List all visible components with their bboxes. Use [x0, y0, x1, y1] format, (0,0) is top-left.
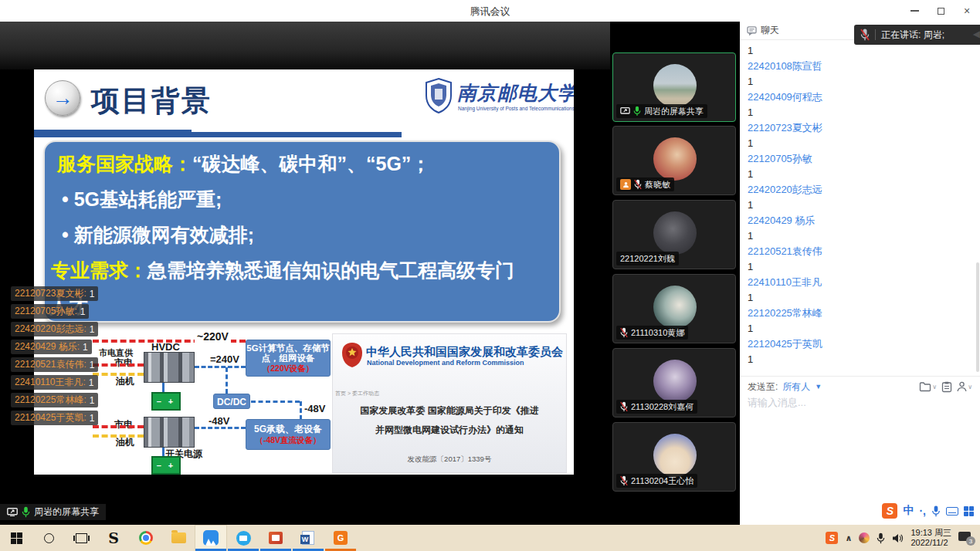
participant-badge: 21110310黄娜 [616, 326, 688, 340]
speaking-toast: 正在讲话: 周岩; ◀ [854, 25, 980, 45]
chat-sender[interactable]: 22120705孙敏 [748, 151, 980, 167]
chat-message: 1 [748, 198, 980, 213]
tray-mic-icon[interactable] [877, 532, 885, 544]
ime-lang-toggle[interactable]: 中 [903, 504, 914, 518]
overlay-message: 22120723夏文彬:1 [11, 286, 98, 301]
taskbar-clock[interactable]: 19:13 周三 2022/11/2 [910, 528, 951, 548]
participant-tile-liujiahe[interactable]: 21130228刘嘉何 [612, 348, 736, 417]
taskbar: S W G S ∧ 19:13 周三 [0, 525, 980, 551]
node-5g-legacy: 5G承载、老设备 （-48V直流设备） [246, 419, 331, 450]
start-button[interactable] [0, 525, 32, 551]
chat-message: 1 [748, 105, 980, 120]
sogou-tray-icon[interactable]: S [826, 532, 838, 544]
mic-muted-icon [620, 401, 628, 412]
chat-message-list: 1 22420108陈宣哲 1 22420409何程志 1 22120723夏文… [740, 40, 980, 367]
blue-dashed-vert-1 [226, 367, 228, 394]
ime-keyboard-icon[interactable] [946, 507, 958, 516]
chat-sender[interactable]: 22120225常林峰 [748, 306, 980, 321]
blue-dashed-vert-2 [300, 401, 302, 420]
ime-mic-icon[interactable] [931, 505, 941, 517]
label-220v: ~220V [195, 330, 231, 343]
chat-input[interactable] [748, 397, 964, 408]
mic-muted-icon [620, 475, 628, 486]
announcement-button[interactable] [941, 381, 952, 393]
participant-tile-liuwei[interactable]: 22120221刘魏 [612, 200, 736, 269]
participant-tile-wangxinyi[interactable]: 21130204王心怡 [612, 422, 736, 492]
host-icon [620, 179, 631, 190]
meeting-main: → 项目背景 南京邮电大学 Nanjing University of Post… [0, 22, 980, 525]
chat-message: 1 [748, 290, 980, 306]
chat-sender[interactable]: 22120521袁传伟 [748, 244, 980, 259]
slide-line-1-label: 服务国家战略： [57, 153, 192, 174]
chat-message: 1 [748, 352, 980, 367]
tray-app-icon[interactable] [859, 532, 870, 543]
toast-collapse-handle[interactable]: ◀ [973, 29, 980, 39]
window-controls: × [901, 0, 980, 22]
powerpoint-button[interactable] [259, 525, 292, 551]
hidden-icons-chevron[interactable]: ∧ [845, 533, 852, 543]
word-button[interactable]: W [292, 525, 324, 551]
mic-muted-icon [620, 327, 628, 338]
slide-bullet-2: • 新能源微网有效减排; [62, 222, 254, 248]
screen-share-icon [7, 508, 18, 516]
participant-list: 周岩的屏幕共享 蔡晓敏 22120221刘魏 [610, 22, 740, 525]
chat-message: 1 [748, 259, 980, 275]
switch-psu-cabinet-image [144, 417, 195, 448]
gov-breadcrumb: 首页 > 委工作动态 [335, 390, 379, 397]
history-folder-button[interactable]: ∨ [919, 381, 937, 392]
yellow-dashed-line-1 [93, 373, 144, 376]
battery-1: – + [151, 392, 181, 411]
chat-message: 1 [748, 136, 980, 151]
close-button[interactable]: × [954, 0, 980, 22]
search-button[interactable] [32, 525, 65, 551]
national-emblem-icon [342, 343, 362, 367]
chat-sender[interactable]: 22420409何程志 [748, 90, 980, 105]
restore-button[interactable] [927, 0, 954, 22]
gov-title-cn: 中华人民共和国国家发展和改革委员会 [366, 345, 563, 360]
chat-sender[interactable]: 22420429 杨乐 [748, 213, 980, 228]
chat-scrollbar[interactable] [976, 262, 979, 372]
chat-sender[interactable]: 22410110王非凡 [748, 275, 980, 290]
s-app-button[interactable]: S [97, 525, 130, 551]
notification-center-icon[interactable]: 3 [958, 532, 974, 544]
node-dcdc: DC/DC [213, 394, 250, 409]
participant-badge: 22120221刘魏 [616, 252, 679, 265]
title-divider-bar-thin [192, 132, 402, 137]
chrome-button[interactable] [130, 525, 162, 551]
chat-sender[interactable]: 22420220彭志远 [748, 182, 980, 198]
overlay-message: 22120705孙敏:1 [11, 304, 89, 319]
blue-dashed-48v [195, 427, 246, 429]
overlay-message: 22420220彭志远:1 [11, 322, 98, 336]
task-view-button[interactable] [65, 525, 97, 551]
private-chat-button[interactable]: ∨ [957, 381, 972, 392]
volume-icon[interactable] [892, 533, 904, 543]
participant-badge: 蔡晓敏 [616, 177, 674, 191]
ime-toolbar: S 中 ·, [882, 503, 974, 519]
pdf-app-button[interactable]: G [324, 525, 357, 551]
chat-sender[interactable]: 22120723夏文彬 [748, 120, 980, 136]
avatar [653, 434, 697, 477]
tencent-meeting-button[interactable] [195, 525, 227, 551]
file-explorer-button[interactable] [162, 525, 195, 551]
participant-tile-caixiaomin[interactable]: 蔡晓敏 [612, 126, 736, 195]
chevron-down-icon[interactable]: ▼ [815, 383, 822, 390]
send-to-select[interactable]: 所有人 [782, 380, 810, 394]
word-icon: W [302, 531, 314, 545]
chat-sender[interactable]: 22120425于英凯 [748, 336, 980, 352]
powerpoint-icon [269, 532, 283, 544]
minimize-button[interactable] [901, 0, 927, 22]
hvdc-cabinet-image [144, 352, 195, 383]
participant-tile-zhouyan[interactable]: 周岩的屏幕共享 [612, 52, 736, 122]
sogou-logo-icon[interactable]: S [882, 503, 897, 519]
pdf-app-icon: G [334, 531, 348, 545]
node-5g-compute: 5G计算节点、存储节 点，组网设备 （220V设备） [246, 340, 331, 377]
chat-sender[interactable]: 22420108陈宣哲 [748, 59, 980, 74]
cloud-doc-button[interactable] [227, 525, 259, 551]
ime-toolbox-icon[interactable] [964, 506, 974, 516]
label-48v-b: -48V [209, 415, 229, 427]
ime-punct-toggle[interactable]: ·, [919, 505, 926, 517]
tencent-meeting-icon [203, 530, 219, 546]
participant-tile-huangna[interactable]: 21110310黄娜 [612, 274, 736, 343]
window-titlebar: 腾讯会议 × [0, 0, 980, 22]
window-title: 腾讯会议 [0, 5, 980, 19]
